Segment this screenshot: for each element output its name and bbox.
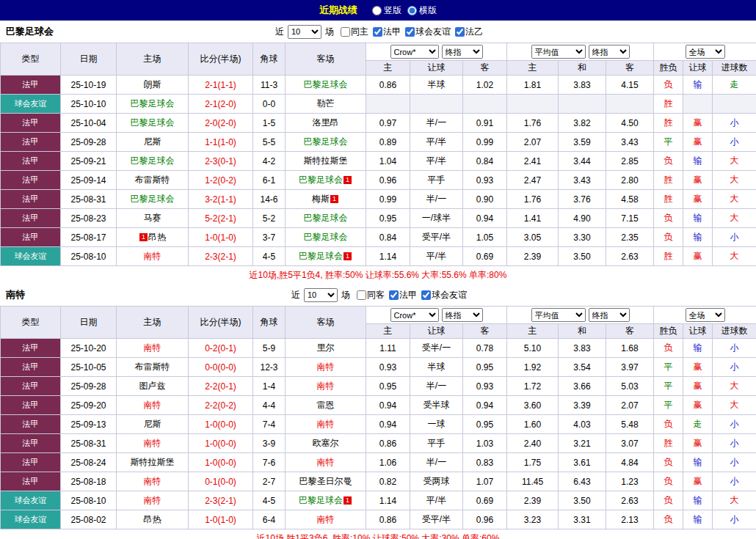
- home-team-cell: 布雷斯特: [117, 358, 189, 377]
- avg-cell: 3.82: [559, 114, 606, 133]
- odds-cell: 0.94: [366, 396, 410, 415]
- handicap-result-cell: 赢: [683, 114, 713, 133]
- summary-row: 近10场,胜5平1负4, 胜率:50% 让球率:55.6% 大率:55.6% 单…: [0, 266, 756, 284]
- column-header: 客场: [286, 307, 366, 339]
- match-count-select[interactable]: 10: [304, 288, 338, 302]
- checkbox[interactable]: [373, 27, 382, 37]
- corners-cell: 0-0: [253, 95, 286, 114]
- team-name: 斯特拉斯堡: [304, 155, 348, 166]
- date-cell: 25-09-28: [61, 377, 117, 396]
- checkbox[interactable]: [455, 27, 465, 37]
- home-team-cell: 尼斯: [117, 415, 189, 434]
- checkbox[interactable]: [357, 290, 366, 300]
- home-team-cell: 斯特拉斯堡: [117, 453, 189, 472]
- avg-cell: 3.39: [559, 396, 606, 415]
- checkbox[interactable]: [389, 290, 399, 300]
- odds-stage-select[interactable]: 终指: [442, 45, 483, 59]
- avg-cell: 2.47: [507, 171, 559, 190]
- avg-cell: [559, 95, 606, 114]
- section-header: 南特近10场同客法甲球会友谊: [0, 284, 756, 306]
- match-count-select[interactable]: 10: [288, 25, 321, 39]
- scope-select[interactable]: 全场: [686, 308, 725, 322]
- score-cell: 2-2(0-1): [189, 377, 253, 396]
- avg-cell: 3.43: [559, 171, 606, 190]
- portrait-radio[interactable]: [372, 6, 382, 15]
- avg-stage-select[interactable]: 终指: [589, 308, 630, 322]
- corners-cell: 11-3: [253, 76, 286, 95]
- filter-checkbox-3[interactable]: 法乙: [451, 26, 483, 38]
- goals-result-cell: 小: [713, 358, 756, 377]
- filter-checkbox-2[interactable]: 球会友谊: [401, 26, 451, 38]
- portrait-label: 竖版: [384, 4, 401, 17]
- odds-cell: 0.84: [366, 228, 410, 247]
- avg-cell: 4.15: [606, 76, 654, 95]
- league-cell: 法甲: [1, 114, 61, 133]
- goals-result-cell: 大: [713, 190, 756, 209]
- corners-cell: 4-5: [253, 491, 286, 510]
- sub-header: 主: [366, 61, 410, 76]
- team-name: 巴黎圣日尔曼: [299, 476, 352, 486]
- scope-select[interactable]: 全场: [686, 45, 725, 59]
- avg-stage-select[interactable]: 终指: [589, 45, 630, 59]
- corners-cell: 6-1: [253, 171, 286, 190]
- avg-cell: 1.76: [507, 114, 559, 133]
- odds-cell: 0.91: [463, 114, 507, 133]
- checkbox[interactable]: [405, 27, 415, 37]
- view-option-landscape[interactable]: 横版: [407, 4, 437, 17]
- average-select[interactable]: 平均值: [531, 308, 586, 322]
- avg-cell: 3.54: [559, 358, 606, 377]
- sub-header: 让球: [683, 61, 713, 76]
- avg-cell: 1.68: [606, 339, 654, 358]
- odds-cell: 0.89: [366, 133, 410, 152]
- odds-cell: 1.14: [366, 491, 410, 510]
- column-header: 类型: [1, 43, 61, 76]
- filter-checkbox-2[interactable]: 球会友谊: [417, 289, 467, 301]
- odds-cell: 0.96: [463, 510, 507, 529]
- avg-cell: 4.50: [606, 114, 654, 133]
- checkbox[interactable]: [341, 27, 350, 37]
- odds-cell: 1.06: [366, 453, 410, 472]
- filter-checkbox-1[interactable]: 法甲: [385, 289, 417, 301]
- filter-checkbox-0[interactable]: 同主: [336, 26, 368, 38]
- score-cell: 2-3(2-1): [189, 491, 253, 510]
- corners-cell: 3-9: [253, 434, 286, 453]
- average-odds-header: 平均值终指: [507, 307, 654, 324]
- match-result-cell: 平: [654, 377, 683, 396]
- bookmaker-select[interactable]: Crow*: [390, 308, 439, 322]
- checkbox[interactable]: [421, 290, 431, 300]
- goals-result-cell: 大: [713, 171, 756, 190]
- column-header: 客场: [286, 43, 366, 76]
- goals-result-cell: 大: [713, 491, 756, 510]
- home-team-cell: 南特: [117, 491, 189, 510]
- bookmaker-select[interactable]: Crow*: [390, 45, 439, 59]
- away-team-cell: 巴黎足球会: [286, 76, 366, 95]
- avg-cell: 2.80: [606, 171, 654, 190]
- view-option-portrait[interactable]: 竖版: [372, 4, 401, 17]
- goals-result-cell: 大: [713, 377, 756, 396]
- team-name-title: 南特: [6, 288, 25, 301]
- odds-stage-select[interactable]: 终指: [442, 308, 483, 322]
- league-cell: 法甲: [1, 190, 61, 209]
- filter-checkbox-0[interactable]: 同客: [352, 289, 385, 301]
- odds-cell: 受平/半: [410, 228, 463, 247]
- odds-cell: [463, 95, 507, 114]
- checkbox-label: 法甲: [399, 289, 417, 301]
- avg-cell: 3.23: [507, 510, 559, 529]
- away-team-cell: 雷恩: [286, 396, 366, 415]
- table-row: 法甲25-10-04巴黎足球会2-0(2-0)1-5洛里昂0.97半/一0.91…: [1, 114, 756, 133]
- filter-checkbox-1[interactable]: 法甲: [368, 26, 401, 38]
- score-cell: 2-2(0-2): [189, 396, 253, 415]
- goals-result-cell: 小: [713, 453, 756, 472]
- avg-cell: 4.90: [559, 209, 606, 228]
- away-team-cell: 巴黎圣日尔曼: [286, 472, 366, 491]
- page-title: 近期战绩: [319, 4, 357, 17]
- landscape-radio[interactable]: [407, 6, 417, 15]
- corners-cell: 7-4: [253, 415, 286, 434]
- near-label: 近: [291, 289, 300, 301]
- match-result-cell: 负: [654, 76, 683, 95]
- away-team-cell: 巴黎足球会: [286, 228, 366, 247]
- average-select[interactable]: 平均值: [531, 45, 586, 59]
- match-result-cell: 负: [654, 472, 683, 491]
- away-team-cell: 斯特拉斯堡: [286, 152, 366, 171]
- score-cell: 1-0(0-0): [189, 453, 253, 472]
